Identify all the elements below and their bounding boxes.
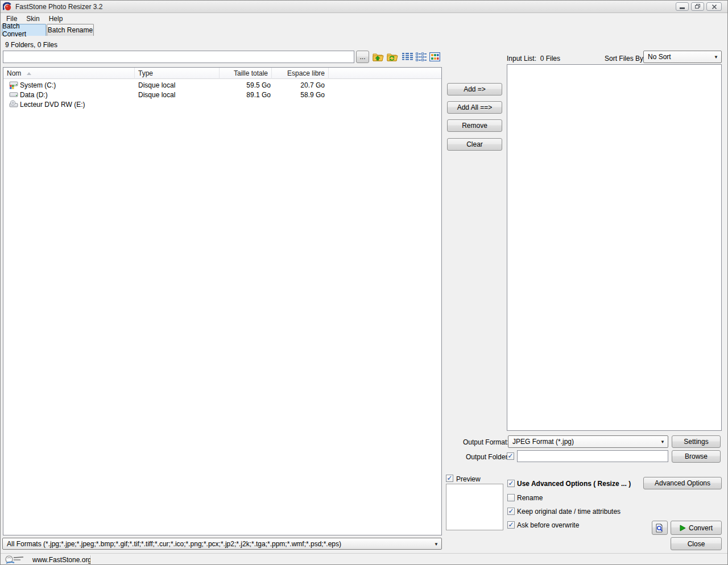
- check-icon: ✓: [507, 452, 513, 459]
- add-all-button[interactable]: Add All ==>: [447, 101, 502, 114]
- window-title: FastStone Photo Resizer 3.2: [15, 3, 102, 11]
- app-window: FastStone Photo Resizer 3.2 File Skin He…: [0, 0, 728, 565]
- column-header-espace[interactable]: Espace libre: [272, 68, 329, 79]
- statusbar-website-link[interactable]: www.FastStone.org: [32, 556, 92, 564]
- close-app-button[interactable]: Close: [671, 537, 722, 550]
- thumbnails-view-icon[interactable]: [429, 51, 440, 63]
- table-row[interactable]: Data (D:) Disque local 89.1 Go 58.9 Go: [3, 90, 441, 99]
- list-view-icon[interactable]: [415, 51, 427, 63]
- output-format-dropdown[interactable]: JPEG Format (*.jpg) ▼: [508, 435, 668, 448]
- check-icon: ✓: [508, 508, 514, 514]
- sort-ascending-icon: [27, 72, 31, 75]
- system-drive-icon: [9, 81, 18, 89]
- dvd-drive-icon: [9, 100, 18, 109]
- drive-type: Disque local: [138, 80, 218, 90]
- sort-files-label: Sort Files By:: [605, 55, 645, 63]
- drive-size: 89.1 Go: [220, 90, 271, 99]
- table-header: Nom Type Taille totale Espace libre: [3, 68, 441, 79]
- browse-path-button[interactable]: ...: [356, 51, 369, 63]
- table-row[interactable]: System (C:) Disque local 59.5 Go 20.7 Go: [3, 80, 441, 90]
- restore-button[interactable]: [691, 2, 704, 11]
- preview-magnifier-button[interactable]: [652, 521, 668, 535]
- faststone-logo-icon: [4, 555, 27, 565]
- drive-free: 20.7 Go: [272, 80, 325, 90]
- chevron-down-icon: ▼: [434, 541, 439, 546]
- convert-button[interactable]: Convert: [671, 521, 722, 535]
- chevron-down-icon: ▼: [714, 55, 718, 60]
- column-header-nom[interactable]: Nom: [3, 68, 135, 79]
- input-list-count: 0 Files: [540, 55, 560, 63]
- table-row[interactable]: Lecteur DVD RW (E:): [3, 99, 441, 109]
- path-input[interactable]: [3, 51, 354, 63]
- minimize-button[interactable]: [676, 2, 689, 11]
- drive-free: [272, 99, 325, 109]
- window-controls: [676, 2, 722, 11]
- rename-label: Rename: [517, 494, 543, 502]
- play-icon: [680, 525, 686, 531]
- check-icon: ✓: [508, 480, 514, 487]
- format-filter-dropdown[interactable]: All Formats (*.jpg;*.jpe;*.jpeg;*.bmp;*.…: [2, 538, 442, 550]
- rename-checkbox[interactable]: ✓: [507, 494, 515, 501]
- restore-icon: [695, 4, 701, 9]
- advanced-options-button[interactable]: Advanced Options: [643, 477, 722, 489]
- input-file-list[interactable]: [507, 64, 722, 431]
- app-icon: [3, 2, 12, 11]
- add-button[interactable]: Add =>: [447, 83, 502, 95]
- tab-batch-rename[interactable]: Batch Rename: [47, 24, 94, 36]
- magnifier-document-icon: [655, 524, 664, 533]
- keep-date-label: Keep original date / time attributes: [517, 508, 621, 516]
- drive-size: [220, 99, 271, 109]
- tab-batch-convert[interactable]: Batch Convert: [2, 24, 46, 36]
- chevron-down-icon: ▼: [660, 439, 665, 444]
- settings-button[interactable]: Settings: [672, 435, 721, 448]
- close-icon: [712, 4, 717, 10]
- use-advanced-options-label: Use Advanced Options ( Resize ... ): [517, 480, 631, 488]
- folder-count-label: 9 Folders, 0 Files: [5, 41, 57, 49]
- menubar: File Skin Help: [1, 14, 727, 24]
- menu-help[interactable]: Help: [44, 14, 68, 24]
- sort-files-dropdown[interactable]: No Sort ▼: [643, 51, 722, 63]
- drive-name: Data (D:): [20, 91, 48, 99]
- folder-browser-list: Nom Type Taille totale Espace libre: [3, 67, 442, 535]
- ask-overwrite-checkbox[interactable]: ✓: [507, 521, 515, 529]
- check-icon: ✓: [508, 521, 514, 528]
- clear-button[interactable]: Clear: [447, 138, 502, 151]
- drive-size: 59.5 Go: [220, 80, 271, 90]
- column-header-taille[interactable]: Taille totale: [220, 68, 272, 79]
- tabbar: Batch Convert Batch Rename: [1, 24, 727, 36]
- data-drive-icon: [9, 90, 18, 99]
- titlebar: FastStone Photo Resizer 3.2: [1, 1, 727, 13]
- output-folder-input[interactable]: [517, 450, 668, 462]
- use-advanced-options-checkbox[interactable]: ✓: [507, 480, 515, 487]
- column-header-type[interactable]: Type: [135, 68, 220, 79]
- remove-button[interactable]: Remove: [447, 119, 502, 132]
- folder-refresh-icon[interactable]: [387, 51, 398, 63]
- drive-type: Disque local: [138, 90, 218, 99]
- close-button[interactable]: [706, 2, 722, 11]
- drive-name: System (C:): [20, 81, 56, 89]
- preview-label: Preview: [456, 475, 481, 483]
- statusbar: www.FastStone.org: [1, 553, 727, 565]
- browse-output-button[interactable]: Browse: [672, 450, 721, 463]
- details-view-icon[interactable]: [402, 51, 413, 63]
- input-list-label: Input List: 0 Files: [507, 55, 560, 63]
- ask-overwrite-label: Ask before overwrite: [517, 521, 579, 529]
- output-folder-checkbox[interactable]: ✓: [507, 452, 514, 460]
- preview-panel: [446, 484, 503, 530]
- output-format-label: Output Format:: [463, 438, 509, 446]
- minimize-icon: [680, 7, 685, 9]
- statusbar-divider: [90, 555, 92, 564]
- preview-checkbox[interactable]: ✓: [446, 475, 453, 482]
- check-icon: ✓: [446, 475, 452, 481]
- drive-free: 58.9 Go: [272, 90, 325, 99]
- folder-up-icon[interactable]: [373, 51, 384, 63]
- keep-date-checkbox[interactable]: ✓: [507, 508, 515, 515]
- drive-type: [138, 99, 218, 109]
- drive-name: Lecteur DVD RW (E:): [20, 101, 85, 109]
- output-folder-label: Output Folder:: [466, 453, 510, 461]
